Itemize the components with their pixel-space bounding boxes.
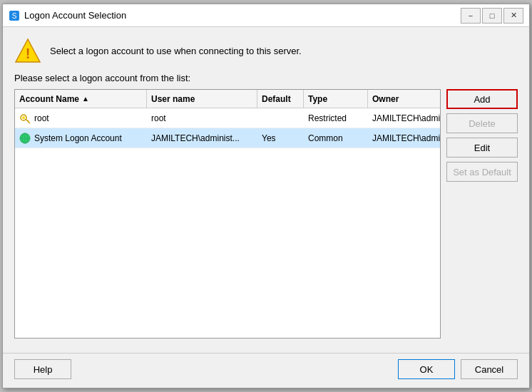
title-bar: S Logon Account Selection − □ ✕ [3,4,529,27]
ok-button[interactable]: OK [398,359,455,379]
window-controls: − □ ✕ [461,8,523,24]
close-button[interactable]: ✕ [503,8,523,24]
cell-type-root: Restricted [304,108,368,128]
warning-icon: ! [14,37,41,64]
cell-username-sla: JAMILTECH\administ... [147,128,257,148]
content-area: ! Select a logon account to use when con… [3,27,529,347]
svg-text:S: S [12,12,17,20]
col-owner: Owner [368,90,440,108]
cell-owner-root: JAMILTECH\admini... [368,108,440,128]
cell-default-sla: Yes [257,128,304,148]
window-title: Logon Account Selection [24,10,461,21]
cell-default-root [257,108,304,128]
add-button[interactable]: Add [446,89,518,109]
main-area: Account Name ▲ User name Default Type Ow… [14,89,518,339]
maximize-button[interactable]: □ [482,8,502,24]
instruction-text: Please select a logon account from the l… [14,73,518,83]
edit-button[interactable]: Edit [446,138,518,158]
help-button[interactable]: Help [14,359,71,379]
window-icon: S [9,10,20,21]
minimize-button[interactable]: − [461,8,481,24]
set-default-button[interactable]: Set as Default [446,162,518,182]
col-username: User name [147,90,257,108]
cell-account-root: root [15,108,147,128]
col-default: Default [257,90,304,108]
table-row[interactable]: root root Restricted JAMILTECH\admini.. [15,108,440,128]
account-table: Account Name ▲ User name Default Type Ow… [14,89,441,339]
buttons-panel: Add Delete Edit Set as Default [446,89,518,339]
delete-button[interactable]: Delete [446,113,518,133]
cell-account-sla: System Logon Account [15,128,147,148]
col-type: Type [304,90,368,108]
cell-username-root: root [147,108,257,128]
cancel-button[interactable]: Cancel [461,359,518,379]
globe-icon [19,133,31,144]
cell-owner-sla: JAMILTECH\admini... [368,128,440,148]
main-window: S Logon Account Selection − □ ✕ ! Select… [2,4,530,388]
footer: Help OK Cancel [3,353,529,388]
svg-line-7 [28,120,29,121]
table-body: root root Restricted JAMILTECH\admini.. [15,108,440,338]
sort-arrow: ▲ [82,95,89,103]
table-row[interactable]: System Logon Account JAMILTECH\administ.… [15,128,440,148]
footer-left: Help [14,359,398,379]
svg-point-5 [22,116,25,119]
key-icon [19,113,31,124]
col-account: Account Name ▲ [15,90,147,108]
svg-text:!: ! [26,46,31,61]
footer-right: OK Cancel [398,359,518,379]
warning-message: Select a logon account to use when conne… [50,46,302,56]
table-header: Account Name ▲ User name Default Type Ow… [15,90,440,108]
warning-row: ! Select a logon account to use when con… [14,37,518,64]
cell-type-sla: Common [304,128,368,148]
